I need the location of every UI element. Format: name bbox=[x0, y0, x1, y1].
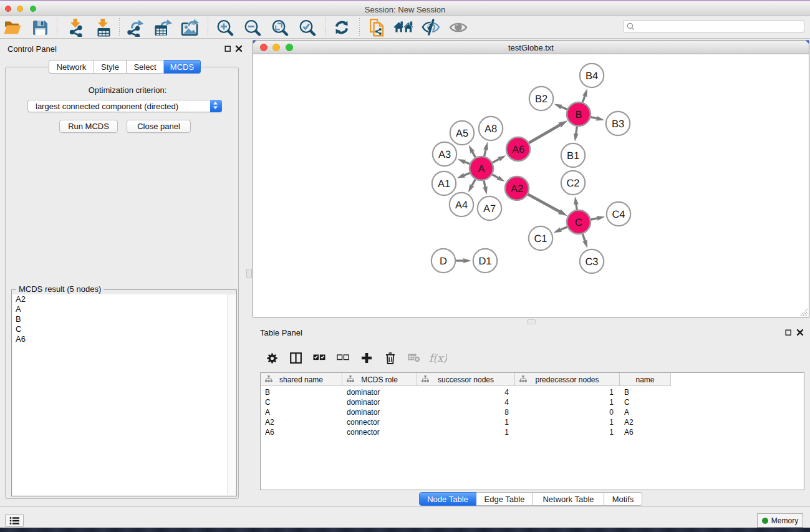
edge-C-C4[interactable] bbox=[591, 218, 599, 220]
table-tab-motifs[interactable]: Motifs bbox=[604, 492, 642, 506]
edge-B-B1[interactable] bbox=[576, 127, 577, 135]
zoom-in-icon[interactable] bbox=[214, 18, 236, 37]
column-header-successor-nodes[interactable]: successor nodes bbox=[417, 373, 515, 386]
search-input[interactable] bbox=[635, 21, 804, 32]
zoom-selected-icon[interactable] bbox=[296, 18, 319, 37]
edge-A2-C[interactable] bbox=[528, 195, 561, 213]
zoom-out-icon[interactable] bbox=[241, 18, 264, 37]
show-log-button[interactable] bbox=[5, 514, 24, 527]
mcds-result-list[interactable]: A2ABCA6 bbox=[12, 294, 236, 495]
resize-grip-icon[interactable] bbox=[800, 308, 808, 316]
node-label-B3: B3 bbox=[612, 118, 624, 130]
table-tab-edge-table[interactable]: Edge Table bbox=[476, 492, 533, 506]
node-label-C4: C4 bbox=[612, 209, 625, 220]
tab-select[interactable]: Select bbox=[127, 60, 164, 74]
mcds-result-item[interactable]: C bbox=[12, 324, 236, 334]
mcds-result-item[interactable]: A bbox=[12, 304, 236, 314]
run-mcds-button[interactable]: Run MCDS bbox=[59, 120, 118, 133]
network-canvas[interactable]: ABCA6A2A1A3A4A5A7A8B1B2B3B4C1C2C3C4DD1 bbox=[253, 55, 809, 317]
mcds-result-item[interactable]: A6 bbox=[12, 334, 236, 344]
float-panel-icon[interactable] bbox=[224, 46, 231, 52]
node-table-header: shared nameMCDS rolesuccessor nodesprede… bbox=[261, 373, 671, 386]
node-table-rows: Bdominator41BCdominator41CAdominator80AA… bbox=[261, 387, 804, 437]
memory-button[interactable]: Memory bbox=[757, 513, 803, 528]
column-header-shared-name[interactable]: shared name bbox=[261, 373, 342, 386]
network-window-titlebar[interactable]: testGlobe.txt bbox=[253, 41, 809, 54]
edge-A-A8[interactable] bbox=[485, 148, 486, 156]
selected-frame-corner-right bbox=[806, 41, 809, 44]
search-box[interactable] bbox=[623, 20, 804, 33]
cell: 1 bbox=[515, 427, 620, 437]
table-tab-network-table[interactable]: Network Table bbox=[533, 492, 604, 506]
table-tab-node-table[interactable]: Node Table bbox=[419, 492, 476, 506]
mcds-result-scrollbar[interactable] bbox=[227, 294, 236, 495]
network-graph: ABCA6A2A1A3A4A5A7A8B1B2B3B4C1C2C3C4DD1 bbox=[253, 55, 809, 317]
edge-C-C1[interactable] bbox=[559, 227, 567, 230]
edge-B-B4[interactable] bbox=[582, 95, 585, 102]
column-label: name bbox=[635, 375, 654, 384]
import-network-icon[interactable] bbox=[64, 18, 87, 37]
org-chart-icon bbox=[422, 375, 429, 382]
home-icon[interactable] bbox=[392, 18, 415, 37]
add-column-icon[interactable] bbox=[355, 349, 378, 367]
export-image-icon[interactable] bbox=[178, 18, 201, 37]
edge-A6-B[interactable] bbox=[529, 124, 561, 143]
edge-C-C3[interactable] bbox=[582, 234, 585, 242]
close-panel-icon[interactable] bbox=[235, 45, 243, 52]
tab-network[interactable]: Network bbox=[49, 60, 94, 74]
org-chart-icon bbox=[265, 375, 272, 382]
edge-C-C2[interactable] bbox=[576, 203, 577, 210]
tab-mcds[interactable]: MCDS bbox=[164, 60, 201, 74]
split-panel-icon[interactable] bbox=[284, 349, 307, 367]
edge-B-B3[interactable] bbox=[591, 117, 597, 119]
node-label-D: D bbox=[440, 256, 447, 267]
vertical-splitter-handle[interactable] bbox=[246, 269, 252, 278]
column-header-MCDS-role[interactable]: MCDS role bbox=[342, 373, 417, 386]
cell: connector bbox=[342, 427, 417, 437]
edge-A-A5[interactable] bbox=[472, 151, 476, 157]
table-row-B[interactable]: Bdominator41B bbox=[261, 387, 804, 397]
edge-A-A6[interactable] bbox=[493, 158, 500, 162]
table-row-C[interactable]: Cdominator41C bbox=[261, 397, 804, 407]
close-table-panel-icon[interactable] bbox=[796, 329, 804, 336]
edge-A-A2[interactable] bbox=[492, 175, 499, 178]
status-bar: Memory bbox=[0, 506, 810, 528]
table-options-gear-icon[interactable] bbox=[260, 349, 284, 367]
hide-all-columns-icon[interactable] bbox=[331, 349, 355, 367]
table-row-A[interactable]: Adominator80A bbox=[261, 407, 804, 417]
optimization-criterion-select[interactable]: largest connected component (directed) bbox=[27, 100, 222, 112]
edge-A-A7[interactable] bbox=[484, 181, 485, 188]
open-file-icon[interactable] bbox=[1, 18, 24, 37]
zoom-fit-icon[interactable] bbox=[269, 18, 291, 37]
table-row-A6[interactable]: A6connector11A6 bbox=[261, 427, 804, 437]
mcds-result-item[interactable]: B bbox=[12, 314, 236, 324]
edge-A-A4[interactable] bbox=[471, 180, 475, 187]
show-panel-icon[interactable] bbox=[447, 18, 470, 37]
table-row-A2[interactable]: A2connector11A2 bbox=[261, 417, 804, 427]
mcds-result-title: MCDS result (5 nodes) bbox=[16, 284, 104, 294]
column-header-name[interactable]: name bbox=[620, 373, 671, 386]
cell: 0 bbox=[515, 407, 620, 417]
main-toolbar bbox=[0, 16, 810, 39]
float-table-panel-icon[interactable] bbox=[785, 329, 792, 336]
mcds-result-item[interactable]: A2 bbox=[12, 294, 236, 304]
open-session-from-file-icon[interactable] bbox=[365, 18, 388, 37]
delete-column-icon[interactable] bbox=[378, 349, 402, 367]
export-network-icon[interactable] bbox=[124, 18, 147, 37]
tab-style[interactable]: Style bbox=[94, 60, 127, 74]
close-panel-button[interactable]: Close panel bbox=[127, 120, 191, 133]
cell: 1 bbox=[515, 387, 620, 397]
export-table-icon[interactable] bbox=[152, 18, 174, 37]
control-panel-title: Control Panel bbox=[7, 44, 57, 54]
hide-panel-icon[interactable] bbox=[420, 18, 442, 37]
save-session-icon[interactable] bbox=[29, 18, 51, 37]
edge-A-A1[interactable] bbox=[463, 173, 470, 175]
column-header-predecessor-nodes[interactable]: predecessor nodes bbox=[515, 373, 620, 386]
import-table-icon[interactable] bbox=[92, 18, 114, 37]
edge-A-A3[interactable] bbox=[464, 162, 470, 164]
node-table: shared nameMCDS rolesuccessor nodesprede… bbox=[260, 372, 804, 490]
show-all-columns-icon[interactable] bbox=[307, 349, 331, 367]
node-label-D1: D1 bbox=[478, 256, 491, 267]
edge-B-B2[interactable] bbox=[561, 107, 567, 110]
refresh-icon[interactable] bbox=[330, 18, 353, 37]
